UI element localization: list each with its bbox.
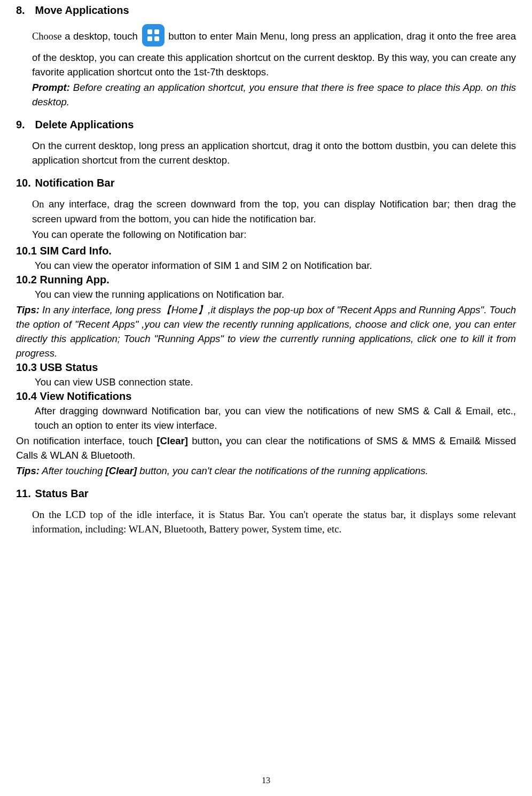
heading-number: 10. <box>16 177 32 189</box>
text: button, you can't clear the notification… <box>137 465 428 476</box>
clear-label: [Clear] <box>157 435 188 446</box>
section-body: On the LCD top of the idle interface, it… <box>32 507 516 536</box>
tips-label: Tips: <box>16 304 40 315</box>
heading-text: Delete Applications <box>35 119 134 130</box>
svg-rect-2 <box>154 29 159 34</box>
tips-body: In any interface, long press【Home】,it di… <box>16 304 516 359</box>
heading-status-bar: 11. Status Bar <box>16 488 516 500</box>
app-menu-icon <box>142 24 165 50</box>
paragraph: After dragging downward Notification bar… <box>35 404 516 432</box>
paragraph: You can view the running applications on… <box>35 287 516 302</box>
heading-notification-bar: 10. Notification Bar <box>16 177 516 189</box>
text: a desktop, touch <box>62 30 141 42</box>
clear-label: [Clear] <box>106 465 137 476</box>
text: button <box>188 435 220 446</box>
paragraph: On notification interface, touch [Clear]… <box>16 434 516 462</box>
heading-number: 11. <box>16 488 32 500</box>
tips-label: Tips: <box>16 465 40 476</box>
svg-rect-3 <box>147 36 152 41</box>
prompt-body: Before creating an application shortcut,… <box>32 82 516 107</box>
section-body: On the current desktop, long press an ap… <box>32 138 516 167</box>
subheading-usb-status: 10.3 USB Status <box>16 361 516 374</box>
paragraph: On the current desktop, long press an ap… <box>32 138 516 167</box>
text-on: On <box>32 199 44 210</box>
subheading-sim-card-info: 10.1 SIM Card Info. <box>16 245 516 257</box>
tips-paragraph: Tips: In any interface, long press【Home】… <box>16 303 516 360</box>
paragraph: You can view USB connection state. <box>35 375 516 389</box>
prompt-paragraph: Prompt: Before creating an application s… <box>32 80 516 109</box>
heading-text: Status Bar <box>35 488 89 499</box>
heading-text: Move Applications <box>35 4 129 16</box>
section-body: On any interface, drag the screen downwa… <box>32 197 516 242</box>
prompt-label: Prompt: <box>32 82 70 93</box>
paragraph: On any interface, drag the screen downwa… <box>32 197 516 226</box>
svg-rect-0 <box>142 24 165 47</box>
paragraph: Choose a desktop, touch button to enter … <box>32 24 516 79</box>
text: After touching <box>40 465 106 476</box>
paragraph: You can operate the following on Notific… <box>32 227 516 242</box>
svg-rect-4 <box>154 36 159 41</box>
section-body: Choose a desktop, touch button to enter … <box>32 24 516 109</box>
text-choose: Choose <box>32 31 62 42</box>
text: any interface, drag the screen downward … <box>32 198 516 225</box>
heading-number: 8. <box>16 4 32 17</box>
subheading-view-notifications: 10.4 View Notifications <box>16 390 516 403</box>
document-page: 8. Move Applications Choose a desktop, t… <box>0 0 532 796</box>
heading-delete-applications: 9. Delete Applications <box>16 119 516 131</box>
svg-rect-1 <box>147 29 152 34</box>
page-number: 13 <box>0 776 532 785</box>
tips-paragraph: Tips: After touching [Clear] button, you… <box>16 463 516 478</box>
heading-number: 9. <box>16 119 32 131</box>
heading-move-applications: 8. Move Applications <box>16 4 516 17</box>
text: On notification interface, touch <box>16 435 157 446</box>
paragraph: You can view the operator information of… <box>35 258 516 273</box>
paragraph: On the LCD top of the idle interface, it… <box>32 507 516 536</box>
subheading-running-app: 10.2 Running App. <box>16 274 516 286</box>
heading-text: Notification Bar <box>35 177 115 189</box>
